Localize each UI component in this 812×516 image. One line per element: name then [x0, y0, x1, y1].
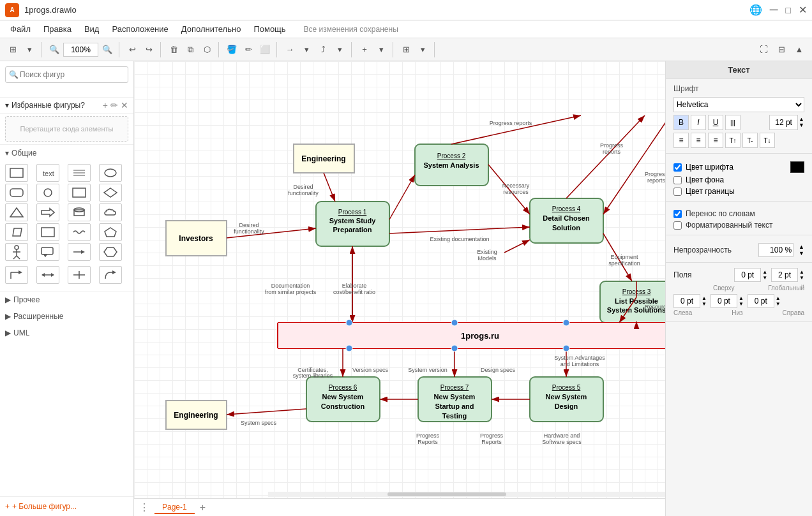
collapse-icon[interactable]: ▲ [792, 42, 807, 57]
section-general[interactable]: ▾ Общие [0, 145, 133, 161]
shape-arrow-right[interactable] [36, 203, 59, 221]
paste-icon[interactable]: ⬡ [199, 42, 214, 57]
shape-cylinder[interactable] [68, 203, 91, 221]
chevron-down-icon[interactable]: ▾ [22, 42, 37, 57]
table-chevron-icon[interactable]: ▾ [415, 42, 430, 57]
edit-fav-icon[interactable]: ✏ [110, 100, 118, 110]
collapse-fav-icon[interactable]: ▾ [5, 101, 9, 110]
shape-ellipse[interactable] [99, 164, 122, 182]
page-tab[interactable]: Page-1 [154, 501, 195, 514]
font-select[interactable]: Helvetica [673, 97, 804, 112]
text-mid-btn[interactable]: T- [742, 133, 758, 148]
global-up-icon[interactable]: ▲ [799, 269, 804, 275]
shape-text[interactable]: text [36, 164, 59, 182]
shape-callout[interactable] [36, 243, 59, 261]
view-icon[interactable]: ⊞ [5, 42, 20, 57]
waypoint-icon[interactable]: ⤴ [315, 42, 331, 57]
right-up-icon[interactable]: ▲ [776, 295, 781, 301]
close-fav-icon[interactable]: ✕ [121, 100, 128, 110]
left-up-icon[interactable]: ▲ [702, 295, 707, 301]
shape-angle-arrow[interactable] [5, 266, 28, 284]
add-fav-icon[interactable]: + [103, 100, 108, 110]
shape-wave[interactable] [68, 223, 91, 241]
shape-double-arrow[interactable] [36, 266, 59, 284]
left-down-icon[interactable]: ▼ [702, 301, 707, 307]
word-wrap-checkbox[interactable] [673, 210, 682, 218]
align-right-btn[interactable]: ≡ [708, 133, 723, 148]
top-down-icon[interactable]: ▼ [762, 275, 767, 281]
shape-cross-arrow[interactable] [68, 266, 91, 284]
opacity-down-icon[interactable]: ▼ [799, 250, 804, 256]
panel-toggle-icon[interactable]: ⊟ [774, 42, 789, 57]
font-size-input[interactable] [769, 115, 798, 130]
global-padding-input[interactable] [771, 268, 798, 282]
menu-view[interactable]: Вид [79, 23, 105, 35]
bottom-down-icon[interactable]: ▼ [739, 301, 744, 307]
section-advanced[interactable]: ▶ Расширенные [0, 308, 133, 325]
canvas-area[interactable]: Management Investors Engineering Enginee… [134, 61, 665, 516]
minimize-btn[interactable]: ─ [770, 3, 778, 17]
more-shapes-btn[interactable]: + + Больше фигур... [5, 502, 128, 511]
waypoint-chevron-icon[interactable]: ▾ [332, 42, 347, 57]
font-color-checkbox[interactable] [673, 163, 682, 172]
top-padding-input[interactable] [734, 268, 761, 282]
shape-icon[interactable]: ⬜ [257, 42, 273, 57]
italic-btn[interactable]: I [691, 115, 706, 130]
canvas[interactable]: Management Investors Engineering Enginee… [134, 61, 665, 516]
line-color-icon[interactable]: ✏ [241, 42, 256, 57]
global-down-icon[interactable]: ▼ [799, 275, 804, 281]
formatted-text-checkbox[interactable] [673, 221, 682, 230]
delete-icon[interactable]: 🗑 [166, 42, 181, 57]
zoom-input[interactable]: 100% [63, 43, 98, 57]
shape-rect[interactable] [5, 164, 28, 182]
shape-person[interactable] [5, 243, 28, 261]
shape-diamond[interactable] [99, 184, 122, 202]
bold-btn[interactable]: B [673, 115, 689, 130]
search-input[interactable] [5, 66, 128, 83]
menu-file[interactable]: Файл [5, 23, 36, 35]
section-uml[interactable]: ▶ UML [0, 325, 133, 341]
close-btn[interactable]: ✕ [799, 4, 807, 16]
bg-color-checkbox[interactable] [673, 176, 682, 184]
fill-color-icon[interactable]: 🪣 [224, 42, 239, 57]
zoom-in-icon[interactable]: 🔍 [100, 42, 115, 57]
align-left-btn[interactable]: ≡ [673, 133, 689, 148]
right-padding-input[interactable] [748, 294, 774, 308]
h-scrollbar[interactable] [268, 492, 665, 497]
opacity-input[interactable] [758, 243, 793, 257]
opacity-up-icon[interactable]: ▲ [799, 244, 804, 250]
shape-arrow2[interactable] [68, 243, 91, 261]
bottom-up-icon[interactable]: ▲ [739, 295, 744, 301]
underline-btn[interactable]: U [708, 115, 723, 130]
menu-edit[interactable]: Правка [38, 23, 77, 35]
fullscreen-icon[interactable]: ⛶ [756, 42, 771, 57]
text-top-btn[interactable]: T↑ [725, 133, 741, 148]
connector-icon[interactable]: → [282, 42, 297, 57]
shape-bent-arrow[interactable] [99, 266, 122, 284]
menu-arrange[interactable]: Расположение [107, 23, 173, 35]
font-color-swatch[interactable] [790, 161, 804, 173]
maximize-btn[interactable]: □ [786, 5, 791, 15]
add-page-btn[interactable]: + [200, 502, 206, 513]
bottom-padding-input[interactable] [710, 294, 737, 308]
globe-icon[interactable]: 🌐 [749, 4, 762, 16]
chevron-connector-icon[interactable]: ▾ [299, 42, 314, 57]
insert-chevron-icon[interactable]: ▾ [373, 42, 389, 57]
vertical-btn[interactable]: ||| [725, 115, 741, 130]
undo-icon[interactable]: ↩ [124, 42, 140, 57]
insert-icon[interactable]: + [357, 42, 372, 57]
text-bot-btn[interactable]: T↓ [760, 133, 775, 148]
border-color-checkbox[interactable] [673, 188, 682, 196]
shape-hexagon[interactable] [99, 243, 122, 261]
right-down-icon[interactable]: ▼ [776, 301, 781, 307]
shape-pentagon[interactable] [99, 223, 122, 241]
shape-triangle[interactable] [5, 203, 28, 221]
shape-rect3[interactable] [36, 223, 59, 241]
shape-lines[interactable] [68, 164, 91, 182]
shape-parallelogram[interactable] [5, 223, 28, 241]
left-padding-input[interactable] [673, 294, 700, 308]
table-icon[interactable]: ⊞ [398, 42, 414, 57]
align-center-btn[interactable]: ≡ [691, 133, 706, 148]
shape-rect2[interactable] [68, 184, 91, 202]
shape-cloud[interactable] [99, 203, 122, 221]
